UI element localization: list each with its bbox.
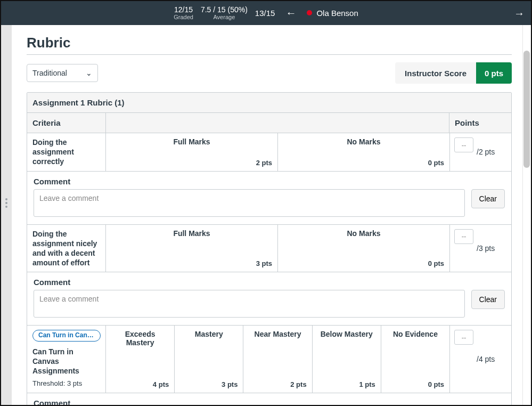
clear-button[interactable]: Clear [471,290,505,309]
resize-handle-icon[interactable] [1,192,12,214]
rating-title: Exceeds Mastery [111,329,169,347]
comment-block: Comment Clear [27,272,511,326]
stat-average: 7.5 / 15 (50%) Average [201,6,248,20]
ratings-group: Exceeds Mastery 4 pts Mastery 3 pts Near… [106,326,449,392]
rubric-table: Assignment 1 Rubric (1) Criteria Points … [27,92,512,405]
rating-title: No Marks [283,228,444,238]
comment-label: Comment [34,399,505,405]
rating-pts: 3 pts [111,259,272,267]
points-max: /2 pts [477,148,495,156]
instructor-score-value: 0 pts [476,62,512,84]
controls-row: Traditional ⌄ Instructor Score 0 pts [27,62,512,84]
instructor-score-label: Instructor Score [395,62,476,84]
clear-button[interactable]: Clear [471,189,505,208]
top-bar-center: 12/15 Graded 7.5 / 15 (50%) Average 13/1… [174,6,358,20]
student-count: 13/15 [255,9,275,18]
scrollbar-track[interactable] [522,25,531,405]
criterion-cell: Can Turn in Canvas... Can Turn in Canvas… [27,326,106,392]
comment-label: Comment [34,278,505,287]
rubric-title: Assignment 1 Rubric (1) [27,93,511,113]
stat-graded-label: Graded [174,14,193,20]
criterion-title: Doing the assignment correctly [27,133,106,171]
rating-cell[interactable]: Below Mastery 1 pts [313,326,381,392]
rating-cell[interactable]: No Marks 0 pts [278,225,449,272]
rating-title: Below Mastery [318,329,375,338]
chevron-down-icon: ⌄ [86,69,92,77]
scrollbar-thumb[interactable] [523,51,530,168]
criterion-row: Can Turn in Canvas... Can Turn in Canvas… [27,326,511,393]
comment-block: Comment Clear [27,172,511,225]
rubric-view-select[interactable]: Traditional ⌄ [27,64,98,82]
rating-pts: 1 pts [318,380,375,388]
header-ratings [106,113,449,133]
points-max: /3 pts [477,244,495,253]
instructor-score: Instructor Score 0 pts [395,62,512,84]
ratings-group: Full Marks 3 pts No Marks 0 pts [106,225,449,272]
comment-input[interactable] [34,290,465,318]
criterion-title: Can Turn in Canvas Assignments [32,347,100,376]
rating-title: No Evidence [387,329,444,338]
rating-pts: 2 pts [249,380,306,388]
comment-block: Comment Clear [27,393,511,405]
page-title: Rubric [27,35,512,51]
title-rule [27,54,512,55]
rating-title: Mastery [180,329,238,338]
student-selector[interactable]: Ola Benson [307,9,358,18]
points-input[interactable] [454,330,473,345]
rating-title: Near Mastery [249,329,306,338]
rating-pts: 4 pts [111,380,169,388]
criterion-title: Doing the assignment nicely and with a d… [27,225,106,272]
rating-cell[interactable]: Near Mastery 2 pts [243,326,312,392]
rating-cell[interactable]: Full Marks 3 pts [106,225,278,272]
comment-label: Comment [34,177,505,186]
rating-cell[interactable]: Mastery 3 pts [175,326,243,392]
points-cell: /4 pts [449,326,511,392]
points-input[interactable] [454,137,473,152]
rating-pts: 0 pts [387,380,444,388]
points-max: /4 pts [477,355,495,363]
student-name: Ola Benson [316,9,358,18]
header-criteria: Criteria [27,113,106,133]
rating-title: Full Marks [111,136,272,146]
points-cell: /3 pts [449,225,511,272]
criterion-threshold: Threshold: 3 pts [32,379,100,388]
rubric-view-label: Traditional [32,69,67,77]
top-bar: 12/15 Graded 7.5 / 15 (50%) Average 13/1… [1,1,531,25]
comment-input[interactable] [34,189,465,217]
criterion-row: Doing the assignment nicely and with a d… [27,225,511,273]
prev-student-arrow-icon[interactable]: ← [282,7,299,19]
rating-cell[interactable]: Full Marks 2 pts [106,133,278,171]
rating-title: Full Marks [111,228,272,238]
app-frame: 12/15 Graded 7.5 / 15 (50%) Average 13/1… [0,0,532,406]
points-cell: /2 pts [449,133,511,171]
points-input[interactable] [454,229,473,244]
stat-average-value: 7.5 / 15 (50%) [201,6,248,14]
content-area: Rubric Traditional ⌄ Instructor Score 0 … [12,25,522,405]
ratings-group: Full Marks 2 pts No Marks 0 pts [106,133,449,171]
status-dot-icon [307,10,312,15]
rating-pts: 0 pts [283,259,444,267]
rating-cell[interactable]: Exceeds Mastery 4 pts [106,326,175,392]
stat-graded: 12/15 Graded [174,6,193,20]
rating-cell[interactable]: No Evidence 0 pts [381,326,449,392]
rating-cell[interactable]: No Marks 0 pts [278,133,449,171]
stat-graded-value: 12/15 [174,6,193,14]
criterion-row: Doing the assignment correctly Full Mark… [27,133,511,172]
rubric-head-row: Criteria Points [27,113,511,133]
header-points: Points [449,113,511,133]
stat-average-label: Average [213,14,235,20]
rating-pts: 3 pts [180,380,238,388]
rating-pts: 0 pts [283,159,444,167]
next-student-arrow-icon[interactable]: → [514,7,525,19]
rating-title: No Marks [283,136,444,146]
outcome-tag[interactable]: Can Turn in Canvas... [32,330,101,342]
rating-pts: 2 pts [111,159,272,167]
